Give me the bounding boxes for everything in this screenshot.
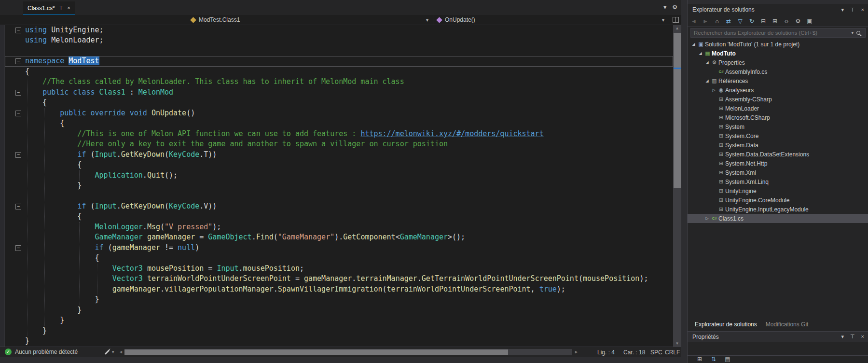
tree-item[interactable]: C#AssemblyInfo.cs xyxy=(688,67,868,76)
tree-item[interactable]: ⊞Assembly-CSharp xyxy=(688,95,868,104)
collapse-all-icon[interactable]: ⊟ xyxy=(760,18,767,25)
code-line[interactable]: using UnityEngine; xyxy=(25,25,648,35)
panel-tab[interactable]: Explorateur de solutions xyxy=(691,320,760,329)
gear-icon[interactable]: ⚙ xyxy=(672,4,677,11)
status-indent-mode[interactable]: SPC xyxy=(650,349,662,356)
code-line[interactable]: public class Class1 : MelonMod xyxy=(25,87,648,98)
code-line[interactable]: } xyxy=(25,305,648,315)
tree-item[interactable]: ◢▥Références xyxy=(688,76,868,85)
code-line[interactable]: } xyxy=(25,181,648,191)
code-line[interactable]: MelonLogger.Msg("V pressed"); xyxy=(25,222,648,232)
code-line[interactable]: //Here only a key to exit the game and a… xyxy=(25,139,648,149)
tree-item[interactable]: ▷◉Analyseurs xyxy=(688,85,868,95)
fold-collapse-box[interactable]: − xyxy=(15,152,21,158)
code-line[interactable]: Vector3 mousePosition = Input.mousePosit… xyxy=(25,264,648,274)
tree-item[interactable]: ⊞MelonLoader xyxy=(688,104,868,113)
status-line-ending[interactable]: CRLF xyxy=(665,349,680,356)
member-dropdown[interactable]: OnUpdate() ▾ xyxy=(433,15,668,25)
vertical-scrollbar-thumb[interactable] xyxy=(674,33,681,188)
code-view-icon[interactable]: ‹› xyxy=(783,18,790,25)
tree-item[interactable]: ◢▦ModTuto xyxy=(688,49,868,58)
code-line[interactable]: { xyxy=(25,98,648,108)
preview-selected-items-icon[interactable]: ▣ xyxy=(806,18,813,25)
code-line[interactable]: gameManager.villagerPopulationManager.Sp… xyxy=(25,284,648,294)
close-icon[interactable]: × xyxy=(861,7,864,13)
tree-item[interactable]: ⊞UnityEngine.InputLegacyModule xyxy=(688,205,868,214)
code-line[interactable]: { xyxy=(25,160,648,170)
code-line[interactable]: if (Input.GetKeyDown(KeyCode.T)) xyxy=(25,150,648,160)
tree-item[interactable]: ⊞System.Net.Http xyxy=(688,159,868,168)
pending-changes-filter-icon[interactable]: ▽ xyxy=(737,18,744,25)
pin-icon[interactable]: ⊤ xyxy=(850,7,855,13)
scroll-right-icon[interactable]: ► xyxy=(574,349,579,354)
properties-icon[interactable]: ⚙ xyxy=(795,18,801,25)
property-pages-icon[interactable]: ▤ xyxy=(724,356,731,363)
code-line[interactable]: GameManager gameManager = GameObject.Fin… xyxy=(25,232,648,242)
code-line[interactable]: if (Input.GetKeyDown(KeyCode.V)) xyxy=(25,201,648,211)
status-column-number[interactable]: Car. : 18 xyxy=(623,349,645,356)
code-line[interactable]: { xyxy=(25,67,648,77)
fold-collapse-box[interactable]: − xyxy=(15,28,21,33)
tree-item[interactable]: ⊞Microsoft.CSharp xyxy=(688,113,868,122)
fold-collapse-box[interactable]: − xyxy=(15,58,21,64)
code-line[interactable]: namespace ModTest xyxy=(25,56,648,66)
fold-collapse-box[interactable]: − xyxy=(15,204,21,209)
chevron-down-icon[interactable]: ▾ xyxy=(662,17,664,23)
properties-titlebar[interactable]: Propriétés ▾⊤× xyxy=(688,331,868,342)
code-lines[interactable]: using UnityEngine;using MelonLoader;name… xyxy=(25,25,648,347)
fold-collapse-box[interactable]: − xyxy=(15,90,21,96)
tree-item[interactable]: ⊞System.Data.DataSetExtensions xyxy=(688,150,868,159)
tree-item[interactable]: ◢▣Solution 'ModTuto' (1 sur 1 de projet) xyxy=(688,40,868,49)
code-line[interactable]: } xyxy=(25,294,648,305)
back-icon[interactable]: ◄ xyxy=(690,18,697,25)
tree-item[interactable]: ◢⚙Properties xyxy=(688,58,868,67)
fold-gutter[interactable]: −−−−−−− xyxy=(0,25,25,347)
pencil-icon[interactable] xyxy=(105,349,110,355)
home-icon[interactable]: ⌂ xyxy=(714,18,720,25)
chevron-down-icon[interactable]: ▾ xyxy=(851,30,854,35)
horizontal-scrollbar[interactable] xyxy=(124,349,572,355)
scroll-down-icon[interactable]: ▼ xyxy=(673,341,681,346)
pin-icon[interactable]: ⊤ xyxy=(59,5,64,11)
code-line[interactable]: //This is one of Melon API function we c… xyxy=(25,129,648,139)
categorized-icon[interactable]: ⊞ xyxy=(696,356,703,363)
tree-item[interactable]: ▷C#Class1.cs xyxy=(688,214,868,223)
collapse-arrow-icon[interactable]: ◢ xyxy=(690,42,697,46)
chevron-down-icon[interactable]: ▾ xyxy=(112,349,114,354)
tree-item[interactable]: ⊞System.Data xyxy=(688,140,868,150)
tree-item[interactable]: ⊞System.Xml xyxy=(688,168,868,177)
code-line[interactable]: //The class called by MelonLoader. This … xyxy=(25,77,648,87)
code-line[interactable]: { xyxy=(25,253,648,263)
collapse-arrow-icon[interactable]: ◢ xyxy=(697,51,703,56)
window-position-icon[interactable]: ▾ xyxy=(841,334,844,340)
code-editor[interactable]: −−−−−−− using UnityEngine;using MelonLoa… xyxy=(0,25,681,347)
document-tab[interactable]: Class1.cs* ⊤ × xyxy=(23,1,75,15)
chevron-down-icon[interactable]: ▾ xyxy=(426,17,428,23)
window-position-icon[interactable]: ▾ xyxy=(841,7,844,13)
code-line[interactable]: using MelonLoader; xyxy=(25,35,648,45)
close-icon[interactable]: × xyxy=(67,5,70,11)
fold-collapse-box[interactable]: − xyxy=(15,111,21,116)
document-health-indicator[interactable]: ✓ Aucun problème détecté xyxy=(5,349,78,355)
tree-item[interactable]: ⊞System.Xml.Linq xyxy=(688,177,868,186)
collapse-arrow-icon[interactable]: ◢ xyxy=(704,79,710,83)
code-line[interactable]: Application.Quit(); xyxy=(25,170,648,181)
code-line[interactable]: Vector3 terrainWorldPointUnderScreenPoin… xyxy=(25,274,648,284)
code-line[interactable] xyxy=(25,191,648,201)
show-all-files-icon[interactable]: ⊞ xyxy=(772,18,778,25)
refresh-icon[interactable]: ↻ xyxy=(748,18,755,25)
code-line[interactable] xyxy=(25,46,648,56)
search-input[interactable] xyxy=(691,30,851,36)
code-line[interactable]: { xyxy=(25,118,648,128)
code-line[interactable]: } xyxy=(25,336,648,346)
scroll-left-icon[interactable]: ◄ xyxy=(119,349,123,354)
code-line[interactable]: public override void OnUpdate() xyxy=(25,108,648,118)
split-editor-icon[interactable] xyxy=(673,17,679,23)
search-icon[interactable] xyxy=(856,31,860,35)
forward-icon[interactable]: ► xyxy=(702,18,709,25)
sync-with-active-document-icon[interactable]: ⇄ xyxy=(725,18,732,25)
scroll-up-icon[interactable]: ▲ xyxy=(673,26,681,30)
horizontal-scrollbar-thumb[interactable] xyxy=(124,349,508,355)
tree-item[interactable]: ⊞UnityEngine xyxy=(688,186,868,195)
expand-arrow-icon[interactable]: ▷ xyxy=(711,88,717,92)
